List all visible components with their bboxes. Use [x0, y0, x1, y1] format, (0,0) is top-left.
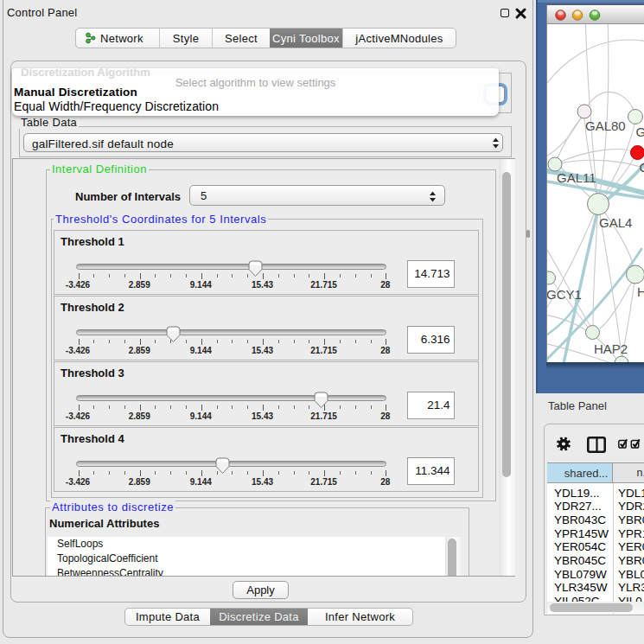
svg-text:GAL80: GAL80 — [585, 118, 626, 133]
svg-text:H: H — [637, 284, 644, 299]
svg-text:GAL4: GAL4 — [599, 215, 632, 230]
svg-text:GCY1: GCY1 — [547, 287, 582, 302]
svg-text:G.: G. — [636, 124, 644, 139]
svg-text:HAP2: HAP2 — [594, 341, 628, 356]
svg-text:C: C — [640, 160, 644, 175]
svg-text:GAL11: GAL11 — [557, 170, 596, 185]
